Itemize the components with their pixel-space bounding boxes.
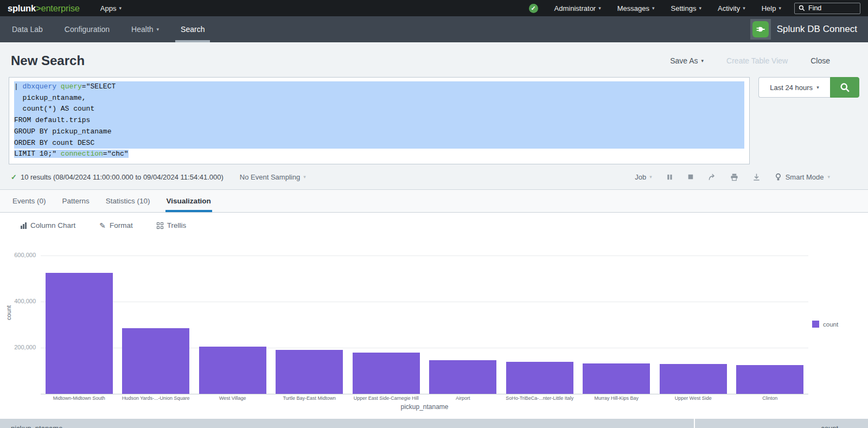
health-check-icon[interactable]: ✓ — [529, 4, 538, 13]
apps-menu-label: Apps — [100, 4, 117, 12]
results-count-text: 10 results (08/04/2024 11:00:00.000 to 0… — [21, 173, 224, 181]
column-header-pickup-ntaname[interactable]: pickup_ntaname — [0, 419, 694, 428]
stop-job-icon[interactable] — [687, 174, 694, 180]
settings-menu[interactable]: Settings▾ — [671, 4, 702, 12]
bar[interactable] — [506, 362, 573, 394]
nav-item-configuration[interactable]: Configuration — [63, 16, 111, 42]
chevron-down-icon: ▾ — [598, 5, 601, 11]
header-actions: Save As▾ Create Table View Close — [670, 56, 830, 65]
query-line: LIMIT 10;" connection="chc" — [14, 149, 744, 160]
chevron-down-icon: ▾ — [119, 5, 122, 11]
legend-swatch — [812, 321, 819, 328]
results-tabs: Events (0) Patterns Statistics (10) Visu… — [0, 190, 868, 213]
search-bar: | dbxquery query="SELECT pickup_ntaname,… — [9, 77, 859, 164]
time-range-picker[interactable]: Last 24 hours ▾ — [758, 77, 830, 98]
event-sampling-menu[interactable]: No Event Sampling ▾ — [240, 173, 306, 181]
app-nav-bar: Data Lab Configuration Health▾ Search Sp… — [0, 16, 868, 42]
nav-item-search[interactable]: Search — [180, 16, 206, 42]
page-header: New Search Save As▾ Create Table View Cl… — [0, 42, 868, 77]
search-section: New Search Save As▾ Create Table View Cl… — [0, 42, 868, 190]
pencil-icon: ✎ — [99, 221, 106, 230]
run-search-button[interactable] — [830, 77, 859, 98]
find-search-box[interactable] — [794, 3, 860, 14]
query-line: FROM default.trips — [14, 115, 744, 126]
chevron-down-icon: ▾ — [743, 5, 745, 11]
trellis-grid-icon — [157, 222, 163, 229]
trellis-button[interactable]: Trellis — [157, 221, 187, 229]
administrator-menu[interactable]: Administrator▾ — [554, 4, 601, 12]
save-as-button[interactable]: Save As▾ — [670, 56, 704, 65]
column-chart: count 200,000400,000600,000 Midtown-Midt… — [0, 238, 868, 419]
search-icon — [799, 5, 805, 11]
pause-job-icon[interactable] — [666, 174, 673, 181]
share-job-icon[interactable] — [708, 173, 716, 181]
topbar-right: ✓ Administrator▾ Messages▾ Settings▾ Act… — [529, 3, 860, 14]
app-identity[interactable]: Splunk DB Connect — [750, 16, 857, 42]
x-axis-line — [41, 394, 808, 394]
x-axis-category-label: Hudson Yards-...-Union Square — [118, 395, 195, 401]
activity-menu[interactable]: Activity▾ — [718, 4, 745, 12]
bar[interactable] — [429, 360, 496, 394]
app-name: Splunk DB Connect — [777, 24, 857, 35]
chevron-down-icon: ▾ — [649, 174, 652, 180]
page-title: New Search — [11, 53, 85, 68]
job-done-check-icon: ✓ — [11, 173, 17, 181]
legend-label: count — [823, 321, 838, 328]
messages-menu[interactable]: Messages▾ — [617, 4, 655, 12]
tab-visualization[interactable]: Visualization — [158, 190, 219, 212]
x-axis-category-label: Upper West Side — [655, 395, 732, 401]
appbar-spacer — [225, 16, 750, 42]
find-input[interactable] — [808, 4, 852, 12]
chevron-down-icon: ▾ — [699, 5, 701, 11]
bar[interactable] — [46, 273, 113, 394]
chart-legend[interactable]: count — [812, 321, 838, 328]
nav-item-health[interactable]: Health▾ — [130, 16, 160, 42]
tab-statistics[interactable]: Statistics (10) — [98, 190, 158, 212]
bar[interactable] — [660, 364, 727, 394]
bar[interactable] — [122, 328, 189, 394]
tab-events[interactable]: Events (0) — [4, 190, 54, 212]
print-icon[interactable] — [730, 173, 738, 181]
chevron-down-icon: ▾ — [701, 58, 704, 63]
column-chart-icon — [21, 222, 27, 229]
job-status-bar: ✓ 10 results (08/04/2024 11:00:00.000 to… — [0, 164, 868, 189]
x-axis-title: pickup_ntaname — [41, 403, 808, 411]
time-range-label: Last 24 hours — [770, 84, 813, 92]
bar[interactable] — [276, 350, 343, 394]
create-table-view-button[interactable]: Create Table View — [726, 56, 788, 65]
visualization-toolbar: Column Chart ✎ Format Trellis — [0, 213, 868, 238]
splunk-logo: splunk>enterprise — [8, 3, 80, 14]
x-axis-category-label: Turtle Bay-East Midtown — [271, 395, 348, 401]
chevron-down-icon: ▾ — [303, 174, 306, 180]
apps-menu[interactable]: Apps ▾ — [100, 4, 122, 12]
x-axis-category-label: SoHo-TriBeCa-...nter-Little Italy — [501, 395, 578, 401]
job-menu[interactable]: Job ▾ — [635, 173, 652, 181]
search-mode-menu[interactable]: Smart Mode ▾ — [775, 173, 830, 181]
bar[interactable] — [583, 363, 650, 394]
search-query-editor[interactable]: | dbxquery query="SELECT pickup_ntaname,… — [9, 77, 750, 164]
chevron-down-icon: ▾ — [157, 27, 159, 32]
bar[interactable] — [736, 365, 803, 394]
column-header-count[interactable]: count — [695, 419, 868, 428]
x-axis-category-label: Upper East Side-Carnegie Hill — [348, 395, 425, 401]
bar[interactable] — [199, 347, 266, 394]
lightbulb-icon — [775, 173, 782, 181]
tab-patterns[interactable]: Patterns — [54, 190, 98, 212]
chevron-down-icon: ▾ — [816, 85, 819, 90]
chart-type-picker[interactable]: Column Chart — [21, 221, 75, 229]
plug-icon — [752, 21, 769, 37]
search-icon — [840, 82, 850, 93]
bar[interactable] — [353, 353, 420, 394]
y-axis-tick: 600,000 — [0, 252, 36, 258]
nav-item-data-lab[interactable]: Data Lab — [11, 16, 44, 42]
export-icon[interactable] — [752, 173, 761, 181]
help-menu[interactable]: Help▾ — [762, 4, 781, 12]
query-line: count(*) AS count — [14, 104, 744, 115]
query-line: pickup_ntaname, — [14, 93, 744, 104]
x-axis-category-label: Airport — [425, 395, 502, 401]
format-button[interactable]: ✎ Format — [99, 221, 133, 230]
chevron-down-icon: ▾ — [778, 5, 781, 11]
x-axis-category-label: Murray Hill-Kips Bay — [578, 395, 655, 401]
close-button[interactable]: Close — [810, 56, 830, 65]
chevron-down-icon: ▾ — [652, 5, 655, 11]
